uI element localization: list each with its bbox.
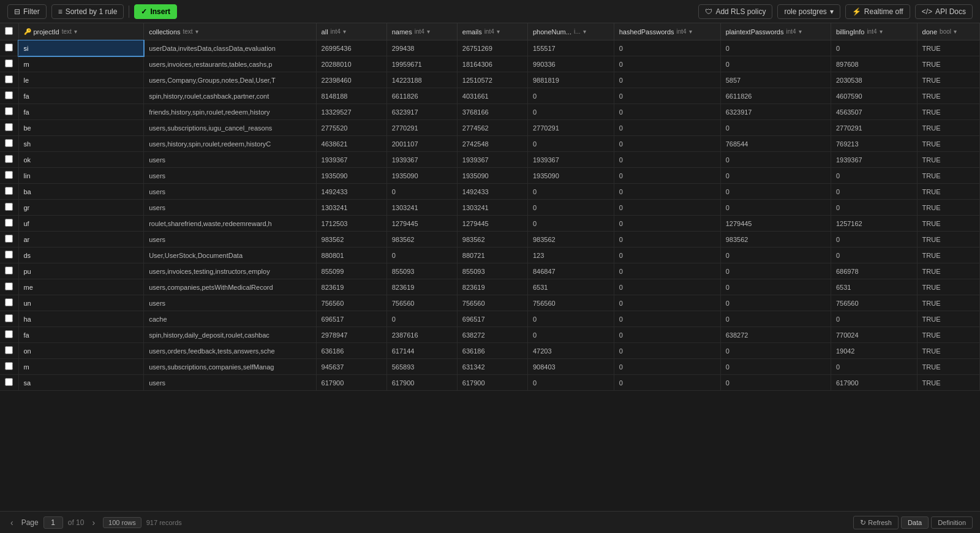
- cell-phonenumbers[interactable]: 983562: [527, 232, 614, 248]
- row-checkbox[interactable]: [5, 155, 13, 163]
- row-checkbox[interactable]: [5, 282, 13, 290]
- insert-button[interactable]: ✓ Insert: [134, 4, 177, 19]
- cell-collections[interactable]: spin,history,daily_deposit,roulet,cashba…: [144, 327, 316, 343]
- cell-done[interactable]: TRUE: [917, 184, 979, 200]
- cell-projectid[interactable]: fa: [18, 104, 144, 120]
- row-checkbox[interactable]: [5, 330, 13, 338]
- row-checkbox[interactable]: [5, 59, 13, 67]
- cell-collections[interactable]: userData,invitesData,classData,evaluatio…: [144, 40, 316, 56]
- cell-hashedpasswords[interactable]: 0: [614, 136, 720, 152]
- cell-collections[interactable]: roulet,sharefriend,waste,redeemreward,h: [144, 216, 316, 232]
- cell-phonenumbers[interactable]: 47203: [527, 343, 614, 359]
- cell-all[interactable]: 8148188: [316, 88, 386, 104]
- cell-emails[interactable]: 3768166: [457, 104, 527, 120]
- cell-projectid[interactable]: sa: [18, 375, 144, 391]
- add-rls-button[interactable]: 🛡 Add RLS policy: [698, 4, 772, 19]
- cell-phonenumbers[interactable]: 0: [527, 375, 614, 391]
- cell-emails[interactable]: 1935090: [457, 168, 527, 184]
- cell-billinginfo[interactable]: 4563507: [831, 104, 917, 120]
- cell-hashedpasswords[interactable]: 0: [614, 343, 720, 359]
- cell-names[interactable]: 6611826: [386, 88, 457, 104]
- cell-all[interactable]: 1939367: [316, 152, 386, 168]
- row-checkbox-cell[interactable]: [0, 88, 18, 104]
- row-checkbox[interactable]: [5, 362, 13, 370]
- cell-all[interactable]: 945637: [316, 359, 386, 375]
- cell-collections[interactable]: cache: [144, 311, 316, 327]
- cell-done[interactable]: TRUE: [917, 311, 979, 327]
- cell-hashedpasswords[interactable]: 0: [614, 359, 720, 375]
- cell-phonenumbers[interactable]: 155517: [527, 40, 614, 56]
- cell-names[interactable]: 823619: [386, 279, 457, 295]
- cell-plaintextpasswords[interactable]: 0: [720, 311, 831, 327]
- cell-collections[interactable]: users: [144, 295, 316, 311]
- cell-names[interactable]: 14223188: [386, 72, 457, 88]
- cell-names[interactable]: 565893: [386, 359, 457, 375]
- role-button[interactable]: role postgres ▾: [777, 4, 840, 19]
- cell-names[interactable]: 983562: [386, 232, 457, 248]
- cell-hashedpasswords[interactable]: 0: [614, 232, 720, 248]
- cell-all[interactable]: 636186: [316, 343, 386, 359]
- cell-collections[interactable]: spin,history,roulet,cashback,partner,con…: [144, 88, 316, 104]
- cell-projectid[interactable]: lin: [18, 168, 144, 184]
- cell-done[interactable]: TRUE: [917, 248, 979, 263]
- row-checkbox[interactable]: [5, 139, 13, 147]
- cell-done[interactable]: TRUE: [917, 279, 979, 295]
- row-checkbox-cell[interactable]: [0, 168, 18, 184]
- cell-emails[interactable]: 756560: [457, 295, 527, 311]
- cell-all[interactable]: 4638621: [316, 136, 386, 152]
- cell-names[interactable]: 299438: [386, 40, 457, 56]
- row-checkbox-cell[interactable]: [0, 343, 18, 359]
- cell-hashedpasswords[interactable]: 0: [614, 168, 720, 184]
- cell-emails[interactable]: 12510572: [457, 72, 527, 88]
- cell-done[interactable]: TRUE: [917, 327, 979, 343]
- cell-plaintextpasswords[interactable]: 5857: [720, 72, 831, 88]
- col-header-hashed[interactable]: hashedPasswords int4 ▾: [614, 23, 720, 40]
- cell-emails[interactable]: 1492433: [457, 184, 527, 200]
- cell-done[interactable]: TRUE: [917, 120, 979, 136]
- cell-projectid[interactable]: be: [18, 120, 144, 136]
- cell-plaintextpasswords[interactable]: 0: [720, 295, 831, 311]
- cell-emails[interactable]: 636186: [457, 343, 527, 359]
- cell-emails[interactable]: 26751269: [457, 40, 527, 56]
- cell-billinginfo[interactable]: 1939367: [831, 152, 917, 168]
- cell-all[interactable]: 2978947: [316, 327, 386, 343]
- cell-names[interactable]: 1303241: [386, 200, 457, 216]
- cell-done[interactable]: TRUE: [917, 295, 979, 311]
- cell-collections[interactable]: users: [144, 232, 316, 248]
- cell-emails[interactable]: 880721: [457, 248, 527, 263]
- cell-names[interactable]: 0: [386, 248, 457, 263]
- cell-emails[interactable]: 2742548: [457, 136, 527, 152]
- cell-names[interactable]: 617900: [386, 375, 457, 391]
- page-next-button[interactable]: ›: [89, 516, 98, 529]
- row-checkbox-cell[interactable]: [0, 327, 18, 343]
- cell-names[interactable]: 1935090: [386, 168, 457, 184]
- row-checkbox[interactable]: [5, 107, 13, 115]
- row-checkbox-cell[interactable]: [0, 375, 18, 391]
- api-docs-button[interactable]: </> API Docs: [915, 4, 973, 19]
- cell-all[interactable]: 1492433: [316, 184, 386, 200]
- row-checkbox-cell[interactable]: [0, 263, 18, 279]
- cell-emails[interactable]: 631342: [457, 359, 527, 375]
- cell-done[interactable]: TRUE: [917, 104, 979, 120]
- col-header-emails[interactable]: emails int4 ▾: [457, 23, 527, 40]
- cell-done[interactable]: TRUE: [917, 40, 979, 56]
- cell-plaintextpasswords[interactable]: 0: [720, 152, 831, 168]
- cell-collections[interactable]: users: [144, 184, 316, 200]
- cell-billinginfo[interactable]: 0: [831, 311, 917, 327]
- cell-projectid[interactable]: ar: [18, 232, 144, 248]
- cell-all[interactable]: 855099: [316, 263, 386, 279]
- cell-plaintextpasswords[interactable]: 983562: [720, 232, 831, 248]
- row-checkbox-cell[interactable]: [0, 184, 18, 200]
- cell-hashedpasswords[interactable]: 0: [614, 295, 720, 311]
- cell-projectid[interactable]: ds: [18, 248, 144, 263]
- cell-plaintextpasswords[interactable]: 0: [720, 263, 831, 279]
- row-checkbox-cell[interactable]: [0, 104, 18, 120]
- cell-collections[interactable]: users,companies,petsWithMedicalRecord: [144, 279, 316, 295]
- row-checkbox-cell[interactable]: [0, 295, 18, 311]
- cell-phonenumbers[interactable]: 6531: [527, 279, 614, 295]
- cell-done[interactable]: TRUE: [917, 263, 979, 279]
- cell-emails[interactable]: 2774562: [457, 120, 527, 136]
- row-checkbox[interactable]: [5, 187, 13, 195]
- cell-plaintextpasswords[interactable]: 638272: [720, 327, 831, 343]
- cell-billinginfo[interactable]: 0: [831, 359, 917, 375]
